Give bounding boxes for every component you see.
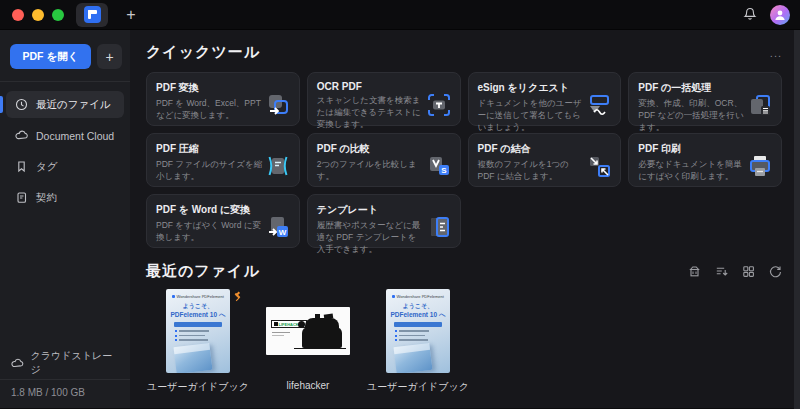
sidebar-item-label: 契約: [36, 191, 57, 205]
quick-tool-card-esign[interactable]: eSign をリクエスト ドキュメントを他のユーザーに送信して署名してもらいまし…: [468, 72, 622, 126]
clock-icon: [15, 98, 28, 111]
clear-icon[interactable]: [688, 265, 701, 278]
new-tab-button[interactable]: +: [120, 4, 142, 26]
quick-tools-grid: PDF 変換 PDF を Word、Excel、PPT などに変換します。 OC…: [146, 72, 782, 248]
file-item-guide-2[interactable]: Wondershare PDFelement ようこそ、 PDFelement …: [368, 289, 468, 394]
thumb-brand-text: Wondershare PDFelement: [177, 294, 224, 299]
merge-icon: [586, 153, 612, 179]
esign-icon: [586, 92, 612, 118]
svg-text:W: W: [278, 228, 286, 237]
sidebar: PDF を開く + 最近のファイル Document Cloud タグ 契約 ク…: [0, 30, 130, 408]
bell-icon[interactable]: [742, 5, 758, 25]
quick-tool-card-template[interactable]: テンプレート 履歴書やポスターなどに最適な PDF テンプレートを入手できます。: [307, 194, 461, 248]
thumb-welcome-line1: ようこそ、: [166, 302, 230, 311]
pdfelement-logo-icon: [84, 6, 101, 23]
sort-list-icon[interactable]: [715, 265, 728, 278]
sidebar-divider: [0, 81, 130, 82]
thumb-welcome-line1: ようこそ、: [386, 302, 450, 311]
sidebar-item-label: 最近のファイル: [36, 98, 111, 112]
thumb-welcome-line2: PDFelement 10 へ: [166, 311, 230, 320]
recent-files-title: 最近のファイル: [146, 262, 260, 281]
file-thumbnail[interactable]: Wondershare PDFelement ようこそ、 PDFelement …: [166, 289, 230, 373]
open-pdf-button[interactable]: PDF を開く: [10, 44, 91, 69]
tab-home[interactable]: [76, 3, 108, 27]
zoom-window-button[interactable]: [52, 9, 64, 21]
card-title: OCR PDF: [317, 81, 451, 92]
quick-tools-title: クイックツール: [146, 43, 260, 62]
file-thumbnail[interactable]: Wondershare PDFelement ようこそ、 PDFelement …: [386, 289, 450, 373]
quick-tool-card-merge[interactable]: PDF の結合 複数のファイルを1つの PDF に結合します。: [468, 133, 622, 187]
quick-tool-card-batch[interactable]: PDF の一括処理 変換、作成、印刷、OCR、PDF などの一括処理を行います。: [628, 72, 782, 126]
sidebar-item-contracts[interactable]: 契約: [6, 184, 124, 211]
storage-usage-text: 1.8 MB / 100 GB: [0, 380, 130, 408]
more-options-icon[interactable]: ...: [770, 47, 782, 59]
bookmark-icon: [15, 160, 28, 173]
contract-icon: [15, 191, 28, 204]
quick-tool-card-ocr[interactable]: OCR PDF スキャンした文書を検索または編集できるテキストに変換します。: [307, 72, 461, 126]
print-icon: [747, 153, 773, 179]
file-thumbnail[interactable]: LIFEHACKER: [266, 307, 350, 355]
recent-files-list: Wondershare PDFelement ようこそ、 PDFelement …: [148, 289, 782, 394]
user-avatar[interactable]: [770, 5, 790, 25]
sidebar-item-label: Document Cloud: [36, 130, 114, 142]
template-icon: [426, 214, 452, 240]
quick-tool-card-compare[interactable]: PDF の比較 2つのファイルを比較します。 S: [307, 133, 461, 187]
cloud-storage-icon: [11, 357, 24, 370]
refresh-icon[interactable]: [769, 265, 782, 278]
grid-view-icon[interactable]: [742, 265, 755, 278]
quick-tool-card-word-convert[interactable]: PDF を Word に変換 PDF をすばやく Word に変換します。 W: [146, 194, 300, 248]
file-name: lifehacker: [287, 380, 330, 391]
sidebar-item-recent-files[interactable]: 最近のファイル: [6, 91, 124, 118]
sidebar-item-document-cloud[interactable]: Document Cloud: [6, 122, 124, 149]
file-name: ユーザーガイドブック: [367, 380, 469, 394]
cloud-storage-label: クラウドストレージ: [31, 349, 119, 377]
add-file-button[interactable]: +: [97, 44, 122, 69]
file-item-guide-1[interactable]: Wondershare PDFelement ようこそ、 PDFelement …: [148, 289, 248, 394]
ocr-icon: [426, 92, 452, 118]
main-content: クイックツール ... PDF 変換 PDF を Word、Excel、PPT …: [130, 30, 800, 408]
quick-tool-card-print[interactable]: PDF 印刷 必要なドキュメントを簡単にすばやく印刷します。: [628, 133, 782, 187]
file-item-lifehacker[interactable]: LIFEHACKER lifehacker: [258, 289, 358, 394]
quick-tool-card-pdf-convert[interactable]: PDF 変換 PDF を Word、Excel、PPT などに変換します。: [146, 72, 300, 126]
compare-icon: S: [426, 153, 452, 179]
sidebar-item-label: タグ: [36, 160, 58, 174]
sidebar-item-tags[interactable]: タグ: [6, 153, 124, 180]
word-convert-icon: W: [265, 214, 291, 240]
close-window-button[interactable]: [12, 9, 24, 21]
pin-icon[interactable]: [232, 288, 243, 306]
thumb-welcome-line2: PDFelement 10 へ: [386, 311, 450, 320]
title-bar: +: [0, 0, 800, 30]
minimize-window-button[interactable]: [32, 9, 44, 21]
thumb-brand-text: Wondershare PDFelement: [397, 294, 444, 299]
svg-text:S: S: [441, 166, 447, 175]
file-name: ユーザーガイドブック: [147, 380, 249, 394]
pdf-convert-icon: [265, 92, 291, 118]
compress-icon: [265, 153, 291, 179]
batch-process-icon: [747, 92, 773, 118]
traffic-lights: [12, 9, 64, 21]
cloud-icon: [15, 129, 28, 142]
scrollbar-track[interactable]: [794, 30, 800, 409]
cloud-storage-link[interactable]: クラウドストレージ: [0, 352, 130, 374]
quick-tool-card-compress[interactable]: PDF 圧縮 PDF ファイルのサイズを縮小します。: [146, 133, 300, 187]
